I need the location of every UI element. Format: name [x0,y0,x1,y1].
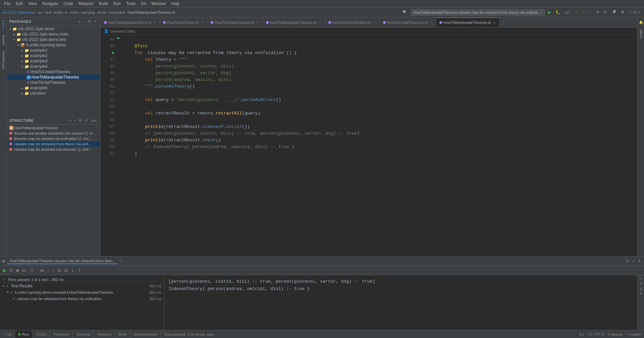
tree-item-how-use-theories[interactable]: K HowToUseTheories [7,80,100,85]
menu-item-tools[interactable]: Tools [123,1,138,7]
debug-button[interactable]: 🐛 [554,9,561,15]
structure-item-3[interactable]: `clauses may be retracted from theory vi… [7,141,100,147]
menu-item-help[interactable]: Help [168,1,182,7]
rerun-failed-btn[interactable]: ⟲ [8,268,14,273]
status-branch[interactable]: ⑂ master [627,332,641,336]
close-tab-5[interactable]: ✕ [373,20,376,24]
rerun-btn[interactable]: ▶ [2,268,7,273]
tab-create-clauses[interactable]: HowToCreateClauses.kt ✕ [207,17,263,28]
output-print-btn[interactable]: 🖨 [639,287,643,290]
output-copy-btn[interactable]: ⎘ [640,282,642,285]
collapse-all-run-btn[interactable]: ⊟ [63,268,69,273]
tree-item-example5[interactable]: ▸ 📁 example5 [7,85,100,91]
settings-tree-btn[interactable]: ⚙ [87,19,92,24]
menu-item-build[interactable]: Build [96,1,111,7]
next-fail-btn[interactable]: ↓ [51,268,55,273]
menu-item-refactor[interactable]: Refactor [76,1,96,7]
tree-item-main[interactable]: ▸ 📁 cilc-2022-2pkt-demo.main [7,32,100,37]
structure-item-4[interactable]: `clauses may be asserted into theories`(… [7,147,100,152]
run-panel-tab[interactable]: HowToManipulateTheories.clauses may be r… [7,258,118,264]
run-button[interactable]: ▶ [547,9,552,15]
run-tree-test-results[interactable]: ▾ ✓ Test Results 382 ms [0,283,164,289]
sort-duration-btn[interactable]: ⏱ [29,268,35,273]
menu-item-git[interactable]: Git [138,1,149,7]
menu-item-code[interactable]: Code [61,1,76,7]
run-config[interactable]: HowToManipulateTheories.clauses may be r… [411,9,545,15]
bottom-tab-problems[interactable]: Problems [50,330,73,338]
menu-item-window[interactable]: Window [149,1,168,7]
right-icon-notifications[interactable]: 🔔 [638,19,643,26]
expand-all-btn[interactable]: ⊞ [56,268,62,273]
tree-item-example3[interactable]: ▸ 📁 example3 [7,58,100,64]
tab-manipulate-theories[interactable]: HowToManipulateTheories.kt ✕ [436,17,499,28]
structure-sort2-btn[interactable]: ↕ [73,118,77,123]
code-content[interactable]: @Test fun `clauses may be retracted from… [123,35,637,256]
breadcrumb-root[interactable]: cilc-2022-2pkt-demo [2,10,36,14]
sort-alpha-btn[interactable]: αz [21,268,28,273]
stop-btn[interactable]: ■ [15,268,20,273]
tree-item-libraries[interactable]: ▸ 📁 Libraries [7,91,100,96]
tab-use-unification[interactable]: HowToUseUnification.kt ✕ [325,17,380,28]
close-tree-btn[interactable]: ✕ [93,19,98,24]
settings-btn[interactable]: ⚙ [620,9,626,15]
search-icon[interactable]: 🔍 [401,9,409,15]
status-encoding[interactable]: LF UTF-8 [588,332,604,336]
tree-item-how-create-theories[interactable]: K HowToCreateTheories [7,69,100,75]
sidebar-icon-commit[interactable]: Commit [1,32,6,48]
redo-btn[interactable]: ↻ [602,9,608,15]
structure-item-2[interactable]: `theories may be queried via unification… [7,136,100,141]
structure-settings-btn[interactable]: ⚙ [78,118,83,123]
export-btn[interactable]: ⤒ [76,268,82,273]
bottom-tab-todo[interactable]: TODO [33,330,50,338]
structure-gear-btn[interactable]: ⛭ [84,118,89,123]
tab-more-btn[interactable]: ⋮ [499,20,508,25]
run-tree-class[interactable]: ▾ ✓ it.unibo.tuprolog.demo.example4.HowT… [0,289,164,295]
run-expand-btn[interactable]: ⤢ [631,258,636,263]
import-btn[interactable]: ⤓ [70,268,75,273]
filter-btn[interactable]: ⏮ [39,268,45,273]
tree-item-package[interactable]: ▾ 📦 it.unibo.tuprolog.demo [7,42,100,48]
close-tab-2[interactable]: ✕ [201,20,204,24]
right-icon-gradle[interactable]: Gradle [639,28,643,40]
sidebar-icon-pull-requests[interactable]: Pull Requests [1,48,6,72]
close-tab-7[interactable]: ✕ [493,21,496,25]
menu-item-run[interactable]: Run [111,1,123,7]
status-position[interactable]: 3:1 [579,332,584,336]
close-tab-1[interactable]: ✕ [153,20,156,24]
structure-class[interactable]: C HowToManipulateTheories [7,125,100,131]
run-tree-method[interactable]: ✓ clauses may be retracted from theory v… [0,295,164,302]
bottom-tab-git[interactable]: ⑂ Git [0,330,15,338]
sidebar-icon-project[interactable]: Project [1,17,6,32]
menu-item-edit[interactable]: Edit [13,1,25,7]
menu-item-view[interactable]: View [25,1,40,7]
run-settings-btn[interactable]: ⚙ [625,258,630,263]
collapse-all-btn[interactable]: ≡ [78,19,81,24]
output-clear-btn[interactable]: ✕ [640,292,642,295]
bottom-tab-run[interactable]: ▶ Run [15,330,33,338]
structure-abc-btn[interactable]: abc [90,118,98,123]
close-tab-6[interactable]: ✕ [430,20,432,24]
git-action-btn[interactable]: ↑ [582,10,586,15]
structure-sort-btn[interactable]: ≡ [68,118,72,123]
tree-item-example2[interactable]: ▸ 📁 example2 [7,53,100,58]
tab-manipulate-clauses[interactable]: HowToManipulateClauses.kt ✕ [263,17,325,28]
tab-manipulate-terms[interactable]: HowToManipulateTerms.kt ✕ [101,17,160,28]
menu-item-file[interactable]: File [1,1,13,7]
tree-item-how-manipulate-theories[interactable]: K HowToManipulateTheories [7,75,100,80]
bottom-tab-terminal[interactable]: Terminal [73,330,94,338]
tree-item-example4[interactable]: ▾ 📁 example4 [7,64,100,69]
tree-item-example1[interactable]: ▸ 📁 example1 [7,48,100,53]
run-close-btn[interactable]: ✕ [637,258,641,263]
status-indent[interactable]: 4 spaces [608,332,623,336]
search-everywhere-btn[interactable]: 🔎 [610,9,618,15]
git-action2-btn[interactable]: ↓ [588,10,593,15]
tab-create-theories[interactable]: HowToCreateTheories.kt ✕ [380,17,436,28]
undo-btn[interactable]: ↺ [595,9,600,15]
tree-item-test[interactable]: ▾ 📁 cilc-2022-2pkt-demo.test [7,37,100,42]
git-check-icon[interactable]: ✓ [574,9,580,15]
close-tab-3[interactable]: ✕ [256,20,259,24]
sort-btn[interactable]: ↕ [83,19,86,24]
bottom-tab-services[interactable]: Services [94,330,115,338]
output-expand-btn[interactable]: ⤢ [640,277,642,280]
tree-item-root[interactable]: ▾ 📁 cilc-2022-2pkt-demo [7,26,100,32]
